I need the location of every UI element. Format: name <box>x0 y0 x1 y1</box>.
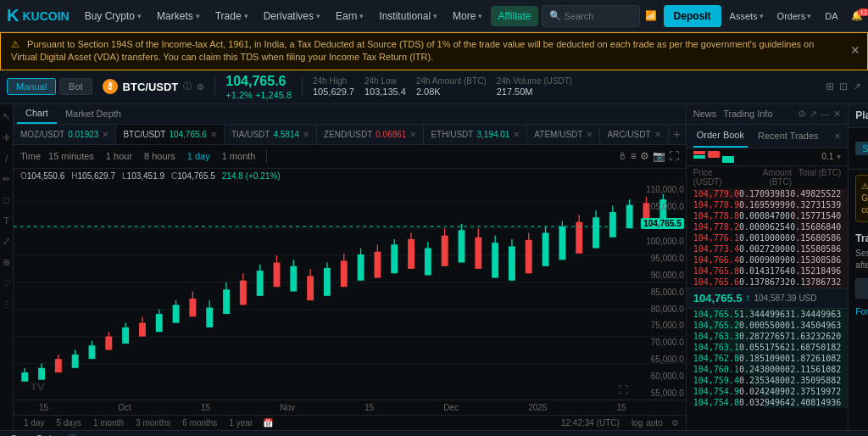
nav-earn[interactable]: Earn ▾ <box>329 0 370 32</box>
pair-settings-icon[interactable]: ⚙ <box>197 82 204 92</box>
ob-bid-row[interactable]: 104,765.5 1.34449963 1.34449963 <box>687 309 849 320</box>
nav-assets[interactable]: Assets ▾ <box>725 11 769 21</box>
ob-ask-row[interactable]: 104,776.1 0.00100000 0.15680586 <box>687 232 849 243</box>
auto-button[interactable]: auto <box>646 418 662 428</box>
ob-bid-row[interactable]: 104,754.9 0.02424090 2.37519972 <box>687 386 849 397</box>
timeframe-1d[interactable]: 1 day <box>183 148 214 165</box>
news-tab[interactable]: News <box>693 109 717 119</box>
pair-tab-arc[interactable]: ARC/USDT ✕ <box>600 125 668 145</box>
pair-tab-moz[interactable]: MOZ/USDT 0.01923 ✕ <box>14 125 116 145</box>
logo[interactable]: K KUCOIN <box>7 6 70 25</box>
ob-size-selector[interactable]: 0.1 ▾ <box>821 152 841 161</box>
crosshair-tool-icon[interactable]: ✛ <box>1 131 12 145</box>
tf-1m[interactable]: 1 month <box>90 418 127 428</box>
ticker-copy-icon[interactable]: ⊡ <box>839 81 848 92</box>
ob-ask-row[interactable]: 104,765.8 0.01431764 0.15218496 <box>687 266 849 277</box>
pair-tab-atem[interactable]: ATEM/USDT ✕ <box>527 125 600 145</box>
alert-close-icon[interactable]: ✕ <box>850 43 860 60</box>
nav-derivatives[interactable]: Derivatives ▾ <box>257 0 327 32</box>
po-tab-spot[interactable]: Spot <box>855 142 868 155</box>
ob-ask-row[interactable]: 104,778.8 0.00084700 0.15771540 <box>687 210 849 221</box>
ob-close-icon[interactable]: ✕ <box>834 131 841 141</box>
ob-bid-row[interactable]: 104,765.2 0.00055000 1.34504963 <box>687 320 849 331</box>
ob-ask-row[interactable]: 104,773.4 0.00272000 0.15580586 <box>687 243 849 254</box>
measure-icon[interactable]: ⤢ <box>1 234 12 249</box>
nav-more[interactable]: More ▾ <box>446 0 489 32</box>
nav-notification[interactable]: 🔔 11 <box>846 10 868 21</box>
market-depth-tab[interactable]: Market Depth <box>57 103 130 124</box>
nav-da[interactable]: DA <box>820 11 843 21</box>
tf-calendar-icon[interactable]: 📅 <box>263 418 273 428</box>
search-input[interactable] <box>565 11 632 21</box>
manual-mode-button[interactable]: Manual <box>7 78 56 95</box>
pair-tab-zend[interactable]: ZEND/USDT 0.06861 ✕ <box>317 125 424 145</box>
nav-institutional[interactable]: Institutional ▾ <box>372 0 444 32</box>
po-password-dot-1[interactable] <box>855 278 868 299</box>
pair-info-icon[interactable]: ⓘ <box>183 81 192 92</box>
bot-mode-button[interactable]: Bot <box>59 78 92 95</box>
screenshot-icon[interactable]: 📷 <box>653 150 665 162</box>
ob-bid-row[interactable]: 104,763.1 0.05517562 1.68750182 <box>687 342 849 353</box>
nav-buy-crypto[interactable]: Buy Crypto ▾ <box>78 0 148 32</box>
add-tab-button[interactable]: + <box>669 127 686 141</box>
timeframe-8h[interactable]: 8 hours <box>140 148 180 165</box>
settings-icon[interactable]: ⚙ <box>640 150 649 162</box>
forgot-password-link[interactable]: Forgot trading password? <box>855 307 868 316</box>
cursor-tool-icon[interactable]: ↖ <box>1 109 12 124</box>
deposit-button[interactable]: Deposit <box>664 5 721 27</box>
pencil-icon[interactable]: ✏ <box>1 172 12 187</box>
chart-type-icon[interactable]: 🕯 <box>617 150 627 162</box>
tf-1d[interactable]: 1 day <box>20 418 47 428</box>
news-settings-icon[interactable]: ⚙ <box>798 109 806 120</box>
nav-markets[interactable]: Markets ▾ <box>150 0 207 32</box>
ob-bid-row[interactable]: 104,754.8 0.03294964 2.40814936 <box>687 397 849 408</box>
timeframe-15m[interactable]: 15 minutes <box>44 148 98 165</box>
timeframe-1m[interactable]: 1 month <box>218 148 260 165</box>
pair-tab-eth[interactable]: ETH/USDT 3,194.01 ✕ <box>424 125 527 145</box>
nav-trade[interactable]: Trade ▾ <box>209 0 255 32</box>
ob-both-icon[interactable] <box>693 151 705 163</box>
nav-orders[interactable]: Orders ▾ <box>772 11 817 21</box>
trading-info-tab[interactable]: Trading Info <box>723 109 772 119</box>
trend-line-icon[interactable]: / <box>3 152 9 165</box>
chart-expand-icon[interactable]: ⛶ <box>618 384 628 396</box>
tf-1y[interactable]: 1 year <box>225 418 256 428</box>
news-minimize-icon[interactable]: — <box>821 109 830 120</box>
pair-tab-btc[interactable]: BTC/USDT 104,765.6 ✕ <box>116 125 225 145</box>
pair-tab-tia[interactable]: TIA/USDT 4.5814 ✕ <box>225 125 317 145</box>
ticker-grid-icon[interactable]: ⊞ <box>826 81 834 92</box>
tf-6m[interactable]: 6 months <box>179 418 220 428</box>
timeframe-1h[interactable]: 1 hour <box>102 148 136 165</box>
indicators-icon[interactable]: ≡ <box>631 150 637 162</box>
ob-bid-row[interactable]: 104,759.4 0.23534800 2.35095882 <box>687 375 849 386</box>
ob-bid-row[interactable]: 104,762.8 0.18510900 1.87261082 <box>687 353 849 364</box>
text-tool-icon[interactable]: T <box>2 214 11 227</box>
ob-bids-icon[interactable] <box>722 151 734 163</box>
log-button[interactable]: log <box>632 418 643 428</box>
tf-5d[interactable]: 5 days <box>53 418 84 428</box>
ob-bid-row[interactable]: 104,760.1 0.24300000 2.11561082 <box>687 364 849 375</box>
zoom-icon[interactable]: ⊕ <box>1 255 12 270</box>
ticker-share-icon[interactable]: ↗ <box>853 81 861 92</box>
news-external-icon[interactable]: ↗ <box>810 109 817 120</box>
ob-asks-icon[interactable] <box>708 151 720 163</box>
tf-3m[interactable]: 3 months <box>132 418 174 428</box>
chart-tab[interactable]: Chart <box>17 103 57 124</box>
more-tools-icon[interactable]: ⋮ <box>0 298 13 312</box>
ob-ask-row[interactable]: 104,778.9 0.16959999 0.32731539 <box>687 199 849 210</box>
heart-icon[interactable]: ♡ <box>1 277 13 291</box>
ob-tab-orderbook[interactable]: Order Book <box>693 124 748 148</box>
nav-affiliate[interactable]: Affiliate <box>491 6 537 26</box>
ob-ask-row[interactable]: 104,779.0 0.17093983 0.49825522 <box>687 188 849 199</box>
ob-ask-row[interactable]: 104,778.2 0.00006254 0.15686840 <box>687 221 849 232</box>
ob-tab-recent[interactable]: Recent Trades <box>754 124 822 148</box>
news-close-icon[interactable]: ✕ <box>833 109 841 120</box>
rectangle-icon[interactable]: □ <box>2 193 11 207</box>
chart-canvas[interactable]: TV 110,000.0 105,000.0 104,765.5 100,000… <box>14 183 686 400</box>
ob-bid-row[interactable]: 104,763.3 0.28727657 1.63232620 <box>687 331 849 342</box>
search-box[interactable]: 🔍 <box>542 5 640 27</box>
fullscreen-icon[interactable]: ⛶ <box>669 150 679 162</box>
ob-ask-row[interactable]: 104,766.4 0.00090090 0.15308586 <box>687 254 849 266</box>
ob-ask-row[interactable]: 104,765.6 0.13786732 0.13786732 <box>687 277 849 288</box>
chart-settings-icon[interactable]: ⚙ <box>671 418 679 428</box>
